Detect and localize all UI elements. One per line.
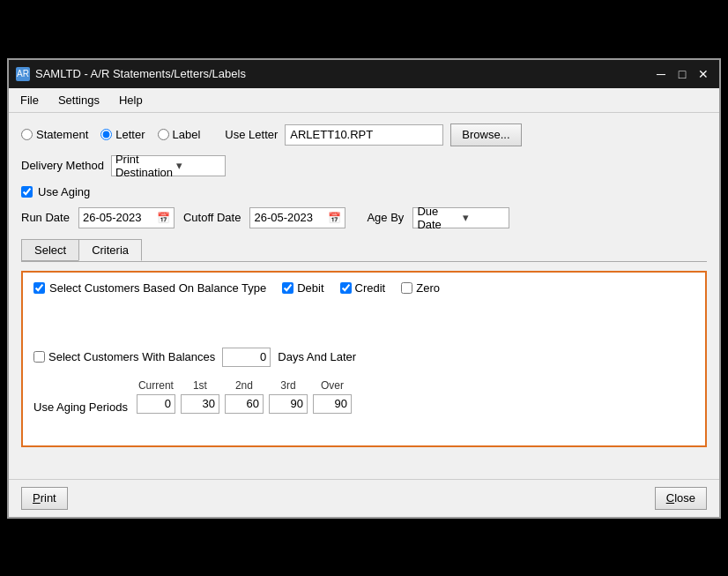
age-by-value: Due Date <box>417 205 459 231</box>
run-date-wrap: 📅 <box>78 207 175 228</box>
menubar: File Settings Help <box>9 88 719 113</box>
statement-label: Statement <box>36 128 88 141</box>
use-aging-label[interactable]: Use Aging <box>38 185 90 198</box>
cutoff-date-label: Cutoff Date <box>183 211 241 224</box>
debit-label[interactable]: Debit <box>282 281 323 295</box>
delivery-dropdown-arrow: ▾ <box>176 159 221 172</box>
menu-help[interactable]: Help <box>111 90 151 110</box>
label-radio[interactable] <box>158 129 169 140</box>
letter-radio-label[interactable]: Letter <box>100 128 145 141</box>
cutoff-date-wrap: 📅 <box>249 207 345 228</box>
credit-label[interactable]: Credit <box>340 281 386 295</box>
second-label: 2nd <box>235 379 253 392</box>
window-title: SAMLTD - A/R Statements/Letters/Labels <box>35 67 246 80</box>
titlebar-left: AR SAMLTD - A/R Statements/Letters/Label… <box>16 67 246 81</box>
select-balances-checkbox[interactable] <box>33 351 45 363</box>
close-window-button[interactable]: ✕ <box>695 65 712 83</box>
zero-label[interactable]: Zero <box>401 281 440 295</box>
cutoff-date-calendar-icon[interactable]: 📅 <box>328 212 341 224</box>
use-aging-checkbox[interactable] <box>21 186 33 198</box>
age-by-dropdown-arrow: ▾ <box>463 211 505 224</box>
days-and-later-label: Days And Later <box>278 350 356 363</box>
age-by-label: Age By <box>367 211 404 224</box>
tab-select[interactable]: Select <box>21 239 79 261</box>
over-label: Over <box>321 379 344 392</box>
current-input[interactable] <box>137 394 175 414</box>
days-input[interactable] <box>222 348 271 367</box>
menu-file[interactable]: File <box>12 90 47 110</box>
letter-radio[interactable] <box>100 129 112 140</box>
form-content: Statement Letter Label Use Letter ARLETT… <box>9 113 719 470</box>
tab-bar: Select Criteria <box>21 239 707 262</box>
first-label: 1st <box>193 379 207 392</box>
titlebar-controls: ─ □ ✕ <box>652 65 712 83</box>
delivery-method-dropdown[interactable]: Print Destination ▾ <box>111 155 226 176</box>
second-input[interactable] <box>225 394 264 414</box>
main-window: AR SAMLTD - A/R Statements/Letters/Label… <box>7 58 721 519</box>
bottom-bar: Print Close <box>9 479 719 517</box>
dates-row: Run Date 📅 Cutoff Date 📅 Age By Due Date… <box>21 207 707 228</box>
run-date-input[interactable] <box>83 211 153 224</box>
aging-periods-label: Use Aging Periods <box>33 400 128 414</box>
label-label: Label <box>173 128 201 141</box>
third-label: 3rd <box>280 379 295 392</box>
tab-criteria[interactable]: Criteria <box>78 239 142 261</box>
browse-button[interactable]: Browse... <box>450 123 521 146</box>
second-period: 2nd <box>225 379 264 414</box>
select-by-balance-checkbox[interactable] <box>33 282 45 294</box>
current-label: Current <box>138 379 174 392</box>
minimize-button[interactable]: ─ <box>652 65 670 83</box>
run-date-label: Run Date <box>21 211 70 224</box>
balances-row: Select Customers With Balances Days And … <box>33 348 695 367</box>
third-period: 3rd <box>269 379 308 414</box>
select-balances-label[interactable]: Select Customers With Balances <box>33 350 215 363</box>
maximize-button[interactable]: □ <box>673 65 691 83</box>
third-input[interactable] <box>269 394 308 414</box>
letter-label: Letter <box>115 128 145 141</box>
app-icon: AR <box>16 67 30 81</box>
aging-section: Use Aging Periods Current 1st 2nd 3rd <box>33 379 695 414</box>
debit-checkbox[interactable] <box>282 282 293 294</box>
criteria-panel: Select Customers Based On Balance Type D… <box>21 271 707 447</box>
zero-checkbox[interactable] <box>401 282 412 294</box>
statement-radio[interactable] <box>21 129 33 140</box>
menu-settings[interactable]: Settings <box>50 90 108 110</box>
select-by-balance-label[interactable]: Select Customers Based On Balance Type <box>33 281 266 295</box>
first-period: 1st <box>181 379 219 414</box>
over-period: Over <box>313 379 352 414</box>
cutoff-date-input[interactable] <box>254 211 324 224</box>
age-by-dropdown[interactable]: Due Date ▾ <box>412 207 509 228</box>
type-row: Statement Letter Label Use Letter ARLETT… <box>21 123 707 146</box>
titlebar: AR SAMLTD - A/R Statements/Letters/Label… <box>9 60 719 88</box>
current-period: Current <box>137 379 175 414</box>
type-radio-group: Statement Letter Label <box>21 128 200 141</box>
over-input[interactable] <box>313 394 352 414</box>
criteria-row: Select Customers Based On Balance Type D… <box>33 281 695 295</box>
label-radio-label[interactable]: Label <box>158 128 201 141</box>
run-date-calendar-icon[interactable]: 📅 <box>157 212 170 224</box>
first-input[interactable] <box>181 394 219 414</box>
use-letter-label: Use Letter <box>225 128 278 141</box>
close-button[interactable]: Close <box>655 487 707 510</box>
print-button[interactable]: Print <box>21 487 68 510</box>
delivery-row: Delivery Method Print Destination ▾ <box>21 155 707 176</box>
use-aging-row: Use Aging <box>21 185 707 198</box>
delivery-method-label: Delivery Method <box>21 159 104 172</box>
credit-checkbox[interactable] <box>340 282 352 294</box>
delivery-method-value: Print Destination <box>115 153 173 179</box>
statement-radio-label[interactable]: Statement <box>21 128 88 141</box>
use-letter-input[interactable]: ARLETT10.RPT <box>285 124 443 146</box>
